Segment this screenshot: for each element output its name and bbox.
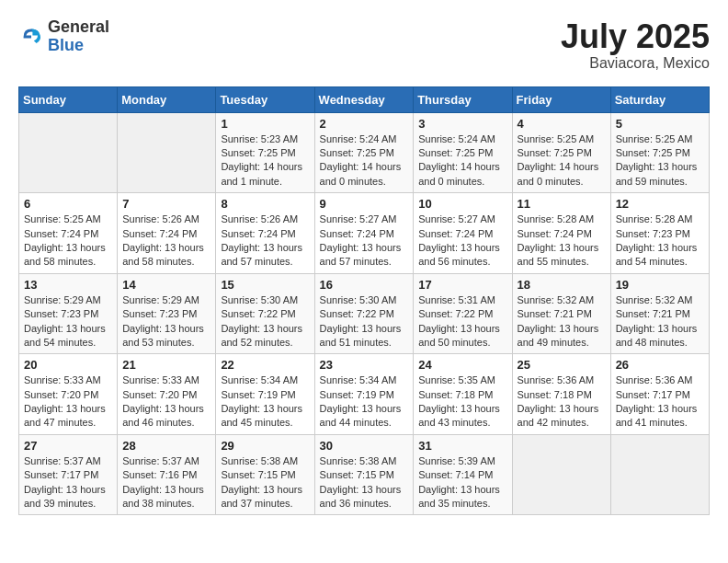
day-number: 4 [518, 117, 606, 131]
calendar-title: July 2025 [561, 18, 710, 55]
day-number: 27 [24, 439, 112, 453]
day-number: 6 [24, 197, 112, 211]
calendar-cell: 31Sunrise: 5:39 AM Sunset: 7:14 PM Dayli… [414, 434, 512, 515]
weekday-header-thursday: Thursday [414, 86, 512, 112]
calendar-table: SundayMondayTuesdayWednesdayThursdayFrid… [18, 86, 710, 516]
calendar-cell: 8Sunrise: 5:26 AM Sunset: 7:24 PM Daylig… [216, 193, 314, 274]
weekday-header-friday: Friday [512, 86, 610, 112]
day-number: 25 [518, 358, 606, 372]
calendar-cell: 24Sunrise: 5:35 AM Sunset: 7:18 PM Dayli… [414, 354, 512, 435]
day-info: Sunrise: 5:30 AM Sunset: 7:22 PM Dayligh… [320, 293, 409, 350]
calendar-cell: 18Sunrise: 5:32 AM Sunset: 7:21 PM Dayli… [512, 273, 610, 354]
calendar-cell: 15Sunrise: 5:30 AM Sunset: 7:22 PM Dayli… [216, 273, 314, 354]
calendar-cell: 12Sunrise: 5:28 AM Sunset: 7:23 PM Dayli… [610, 193, 709, 274]
calendar-cell: 25Sunrise: 5:36 AM Sunset: 7:18 PM Dayli… [512, 354, 610, 435]
day-info: Sunrise: 5:32 AM Sunset: 7:21 PM Dayligh… [616, 293, 704, 350]
day-info: Sunrise: 5:37 AM Sunset: 7:17 PM Dayligh… [24, 454, 112, 511]
calendar-cell: 3Sunrise: 5:24 AM Sunset: 7:25 PM Daylig… [414, 112, 512, 193]
calendar-cell: 2Sunrise: 5:24 AM Sunset: 7:25 PM Daylig… [314, 112, 414, 193]
day-number: 10 [418, 197, 506, 211]
week-row-4: 20Sunrise: 5:33 AM Sunset: 7:20 PM Dayli… [19, 354, 710, 435]
day-info: Sunrise: 5:24 AM Sunset: 7:25 PM Dayligh… [320, 132, 409, 190]
day-info: Sunrise: 5:28 AM Sunset: 7:23 PM Dayligh… [616, 213, 704, 270]
weekday-header-row: SundayMondayTuesdayWednesdayThursdayFrid… [19, 86, 710, 112]
day-number: 8 [221, 197, 309, 211]
calendar-cell: 4Sunrise: 5:25 AM Sunset: 7:25 PM Daylig… [512, 112, 610, 193]
day-number: 21 [122, 358, 210, 372]
calendar-cell: 9Sunrise: 5:27 AM Sunset: 7:24 PM Daylig… [314, 193, 414, 274]
day-info: Sunrise: 5:36 AM Sunset: 7:17 PM Dayligh… [616, 373, 704, 431]
day-number: 13 [24, 278, 112, 292]
day-info: Sunrise: 5:32 AM Sunset: 7:21 PM Dayligh… [518, 293, 606, 350]
day-number: 19 [616, 278, 704, 292]
day-number: 15 [221, 278, 309, 292]
week-row-1: 1Sunrise: 5:23 AM Sunset: 7:25 PM Daylig… [19, 112, 710, 193]
day-info: Sunrise: 5:27 AM Sunset: 7:24 PM Dayligh… [418, 213, 506, 270]
calendar-cell [512, 434, 610, 515]
day-number: 17 [418, 278, 506, 292]
calendar-cell: 17Sunrise: 5:31 AM Sunset: 7:22 PM Dayli… [414, 273, 512, 354]
day-info: Sunrise: 5:28 AM Sunset: 7:24 PM Dayligh… [518, 213, 606, 270]
calendar-cell: 28Sunrise: 5:37 AM Sunset: 7:16 PM Dayli… [118, 434, 216, 515]
day-number: 5 [616, 117, 704, 131]
day-number: 7 [122, 197, 210, 211]
day-info: Sunrise: 5:26 AM Sunset: 7:24 PM Dayligh… [122, 213, 210, 270]
calendar-cell: 21Sunrise: 5:33 AM Sunset: 7:20 PM Dayli… [118, 354, 216, 435]
day-info: Sunrise: 5:27 AM Sunset: 7:24 PM Dayligh… [320, 213, 409, 270]
day-info: Sunrise: 5:37 AM Sunset: 7:16 PM Dayligh… [122, 454, 210, 511]
day-number: 9 [320, 197, 409, 211]
calendar-cell: 23Sunrise: 5:34 AM Sunset: 7:19 PM Dayli… [314, 354, 414, 435]
day-info: Sunrise: 5:33 AM Sunset: 7:20 PM Dayligh… [122, 373, 210, 431]
calendar-cell: 26Sunrise: 5:36 AM Sunset: 7:17 PM Dayli… [610, 354, 709, 435]
day-info: Sunrise: 5:31 AM Sunset: 7:22 PM Dayligh… [418, 293, 506, 350]
weekday-header-saturday: Saturday [610, 86, 709, 112]
calendar-cell: 19Sunrise: 5:32 AM Sunset: 7:21 PM Dayli… [610, 273, 709, 354]
calendar-cell [19, 112, 118, 193]
weekday-header-sunday: Sunday [19, 86, 118, 112]
day-info: Sunrise: 5:30 AM Sunset: 7:22 PM Dayligh… [221, 293, 309, 350]
day-number: 12 [616, 197, 704, 211]
calendar-cell [610, 434, 709, 515]
day-info: Sunrise: 5:35 AM Sunset: 7:18 PM Dayligh… [418, 373, 506, 431]
weekday-header-tuesday: Tuesday [216, 86, 314, 112]
logo-icon [18, 24, 44, 50]
day-info: Sunrise: 5:25 AM Sunset: 7:24 PM Dayligh… [24, 213, 112, 270]
day-number: 14 [122, 278, 210, 292]
calendar-cell [118, 112, 216, 193]
calendar-cell: 13Sunrise: 5:29 AM Sunset: 7:23 PM Dayli… [19, 273, 118, 354]
weekday-header-monday: Monday [118, 86, 216, 112]
calendar-cell: 10Sunrise: 5:27 AM Sunset: 7:24 PM Dayli… [414, 193, 512, 274]
day-number: 23 [320, 358, 409, 372]
week-row-5: 27Sunrise: 5:37 AM Sunset: 7:17 PM Dayli… [19, 434, 710, 515]
calendar-cell: 7Sunrise: 5:26 AM Sunset: 7:24 PM Daylig… [118, 193, 216, 274]
day-info: Sunrise: 5:24 AM Sunset: 7:25 PM Dayligh… [418, 132, 506, 190]
calendar-cell: 16Sunrise: 5:30 AM Sunset: 7:22 PM Dayli… [314, 273, 414, 354]
day-number: 2 [320, 117, 409, 131]
day-info: Sunrise: 5:39 AM Sunset: 7:14 PM Dayligh… [418, 454, 506, 511]
logo-text: General Blue [48, 18, 109, 55]
calendar-cell: 14Sunrise: 5:29 AM Sunset: 7:23 PM Dayli… [118, 273, 216, 354]
calendar-cell: 5Sunrise: 5:25 AM Sunset: 7:25 PM Daylig… [610, 112, 709, 193]
calendar-cell: 22Sunrise: 5:34 AM Sunset: 7:19 PM Dayli… [216, 354, 314, 435]
day-number: 20 [24, 358, 112, 372]
calendar-cell: 1Sunrise: 5:23 AM Sunset: 7:25 PM Daylig… [216, 112, 314, 193]
day-info: Sunrise: 5:34 AM Sunset: 7:19 PM Dayligh… [320, 373, 409, 431]
day-info: Sunrise: 5:23 AM Sunset: 7:25 PM Dayligh… [221, 132, 309, 190]
day-number: 11 [518, 197, 606, 211]
day-info: Sunrise: 5:25 AM Sunset: 7:25 PM Dayligh… [518, 132, 606, 190]
calendar-cell: 20Sunrise: 5:33 AM Sunset: 7:20 PM Dayli… [19, 354, 118, 435]
calendar-cell: 30Sunrise: 5:38 AM Sunset: 7:15 PM Dayli… [314, 434, 414, 515]
title-block: July 2025 Baviacora, Mexico [561, 18, 710, 72]
day-number: 29 [221, 439, 309, 453]
day-info: Sunrise: 5:38 AM Sunset: 7:15 PM Dayligh… [221, 454, 309, 511]
day-number: 16 [320, 278, 409, 292]
day-info: Sunrise: 5:25 AM Sunset: 7:25 PM Dayligh… [616, 132, 704, 190]
day-info: Sunrise: 5:33 AM Sunset: 7:20 PM Dayligh… [24, 373, 112, 431]
week-row-3: 13Sunrise: 5:29 AM Sunset: 7:23 PM Dayli… [19, 273, 710, 354]
calendar-subtitle: Baviacora, Mexico [561, 55, 710, 72]
day-info: Sunrise: 5:38 AM Sunset: 7:15 PM Dayligh… [320, 454, 409, 511]
day-info: Sunrise: 5:36 AM Sunset: 7:18 PM Dayligh… [518, 373, 606, 431]
calendar-cell: 27Sunrise: 5:37 AM Sunset: 7:17 PM Dayli… [19, 434, 118, 515]
day-number: 3 [418, 117, 506, 131]
day-number: 28 [122, 439, 210, 453]
